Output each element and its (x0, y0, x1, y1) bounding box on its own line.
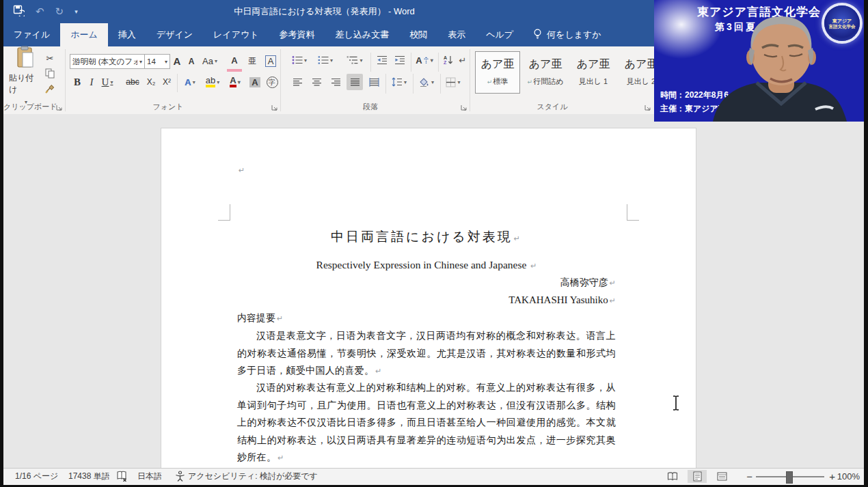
copy-button[interactable] (43, 67, 57, 79)
doc-title-line[interactable]: 中日両言語における対表現↵ (237, 228, 616, 246)
document-canvas[interactable]: ↵ 中日両言語における対表現↵ Respectively Expression … (3, 114, 864, 469)
paragraph-mark: ↵ (277, 314, 283, 323)
tab-mailings[interactable]: 差し込み文書 (325, 23, 400, 46)
justify-button[interactable] (347, 74, 363, 90)
doc-paragraph-1[interactable]: 汉语是表意文字，日语为表音文字，汉日两语均有对称的概念和对称表达。语言上的对称表… (237, 327, 616, 380)
change-case-button[interactable]: Aa (200, 53, 220, 69)
underline-button[interactable]: U (98, 74, 116, 90)
style-no-spacing[interactable]: あア亜 ↵行間詰め (523, 51, 568, 94)
font-size-value: 14 (147, 57, 163, 66)
paste-clipboard-icon (16, 46, 35, 71)
shading-button[interactable] (416, 74, 437, 90)
cut-button[interactable]: ✂ (43, 52, 57, 64)
text-effects-button[interactable]: A (180, 74, 200, 90)
zoom-slider[interactable] (756, 476, 824, 477)
align-center-button[interactable] (308, 74, 325, 90)
paragraph-group: A AZ ↵ 段落 (281, 46, 470, 114)
doc-subtitle-line[interactable]: Respectively Expression in Chinese and J… (237, 259, 616, 271)
font-color-button[interactable]: A (225, 74, 245, 90)
doc-paragraph-2[interactable]: 汉语的对称表达有意义上的对称和结构上的对称。有意义上的对称表达有很多，从单词到句… (237, 379, 616, 467)
style-normal[interactable]: あア亜 ↵標準 (475, 51, 520, 94)
document-page[interactable]: ↵ 中日両言語における対表現↵ Respectively Expression … (161, 128, 696, 469)
subscript-button[interactable]: X₂ (144, 74, 159, 90)
tab-review[interactable]: 校閲 (399, 23, 437, 46)
font-name-combo[interactable]: 游明朝 (本文のフォ (70, 54, 145, 69)
paste-button[interactable]: 貼り付け (9, 51, 42, 101)
doc-abstract-label-text: 内容提要 (237, 313, 275, 323)
numbered-list-button[interactable] (315, 53, 336, 68)
line-spacing-button[interactable] (388, 74, 410, 90)
paragraph-dialog-launcher-icon[interactable] (461, 105, 467, 111)
strikethrough-button[interactable]: abc (123, 74, 142, 90)
font-size-combo[interactable]: 14 (144, 54, 170, 69)
bold-button[interactable]: B (71, 74, 83, 90)
superscript-button[interactable]: X² (159, 74, 174, 90)
asian-layout-button[interactable]: A (413, 53, 435, 68)
bullet-list-button[interactable] (289, 53, 310, 68)
zoom-slider-thumb[interactable] (786, 471, 793, 484)
italic-button[interactable]: I (86, 74, 97, 90)
font-group-label: フォント (66, 102, 271, 112)
style-name: 見出し 2 (627, 77, 655, 85)
font-separator (177, 74, 178, 92)
style-preview: あア亜 (476, 57, 519, 72)
tab-help[interactable]: ヘルプ (476, 23, 524, 46)
tab-view[interactable]: 表示 (437, 23, 476, 46)
tab-references[interactable]: 参考資料 (269, 23, 325, 46)
doc-author-en-text: TAKAHASHI Yasuhiko (508, 294, 608, 305)
show-formatting-marks-button[interactable]: ↵ (457, 53, 468, 68)
style-pilcrow-icon: ↵ (487, 79, 493, 85)
distribute-button[interactable] (366, 74, 382, 90)
print-layout-button[interactable] (688, 470, 707, 483)
clipboard-dialog-launcher-icon[interactable] (56, 105, 63, 111)
tab-insert[interactable]: 挿入 (108, 23, 146, 46)
style-heading1[interactable]: あア亜 見出し 1 (571, 51, 616, 94)
grow-font-button[interactable]: A (170, 53, 184, 69)
page-number-status[interactable]: 1/16 ページ (15, 469, 58, 484)
phonetic-guide-button[interactable]: 亜 (245, 53, 260, 69)
accessibility-icon[interactable] (175, 471, 185, 484)
shrink-font-button[interactable]: A (185, 54, 198, 69)
font-dialog-launcher-icon[interactable] (271, 105, 278, 111)
tab-file[interactable]: ファイル (3, 23, 60, 46)
character-shading-button[interactable]: A (247, 74, 262, 90)
paragraph-mark: ↵ (277, 454, 284, 462)
zoom-in-button[interactable]: + (829, 469, 835, 484)
styles-dialog-launcher-icon[interactable] (645, 105, 651, 111)
language-status[interactable]: 日本語 (137, 469, 162, 484)
society-logo-line2: 言語文化学会 (829, 24, 856, 29)
word-count-status[interactable]: 17438 単語 (68, 469, 110, 484)
clear-formatting-button[interactable]: A (227, 53, 242, 72)
enclose-characters-glyph: 字 (267, 76, 278, 88)
borders-button[interactable] (442, 74, 464, 90)
zoom-level[interactable]: 100% (837, 469, 860, 484)
doc-abstract-label-line[interactable]: 内容提要↵ (237, 312, 616, 324)
align-left-button[interactable] (289, 74, 306, 90)
paragraph-mark: ↵ (514, 234, 522, 243)
doc-author-ja-line[interactable]: 高橋弥守彦↵ (237, 277, 616, 289)
proofing-errors-icon[interactable] (116, 471, 128, 484)
tab-home[interactable]: ホーム (60, 23, 108, 46)
tab-design[interactable]: デザイン (146, 23, 203, 46)
character-border-button[interactable]: A (263, 53, 278, 69)
web-layout-button[interactable] (712, 470, 731, 483)
para-separator (370, 53, 371, 72)
style-name: 行間詰め (533, 77, 563, 85)
multilevel-list-button[interactable] (344, 53, 366, 68)
highlight-color-button[interactable]: ab (202, 74, 223, 90)
format-painter-button[interactable] (43, 82, 57, 94)
align-right-button[interactable] (327, 74, 344, 90)
read-mode-button[interactable] (663, 470, 682, 483)
paragraph-group-label: 段落 (281, 102, 460, 112)
asian-layout-glyph: A (416, 55, 422, 66)
decrease-indent-button[interactable] (374, 53, 390, 68)
sort-button[interactable]: AZ (440, 53, 457, 68)
zoom-out-button[interactable]: − (746, 469, 752, 484)
enclose-characters-button[interactable]: 字 (265, 74, 280, 90)
paragraph-mark: ↵ (530, 262, 537, 270)
doc-author-en-line[interactable]: TAKAHASHI Yasuhiko↵ (237, 294, 616, 306)
increase-indent-button[interactable] (392, 53, 408, 68)
accessibility-status[interactable]: アクセシビリティ: 検討が必要です (188, 469, 318, 484)
tell-me-box[interactable]: 何をしますか (524, 23, 611, 46)
tab-layout[interactable]: レイアウト (203, 23, 269, 46)
